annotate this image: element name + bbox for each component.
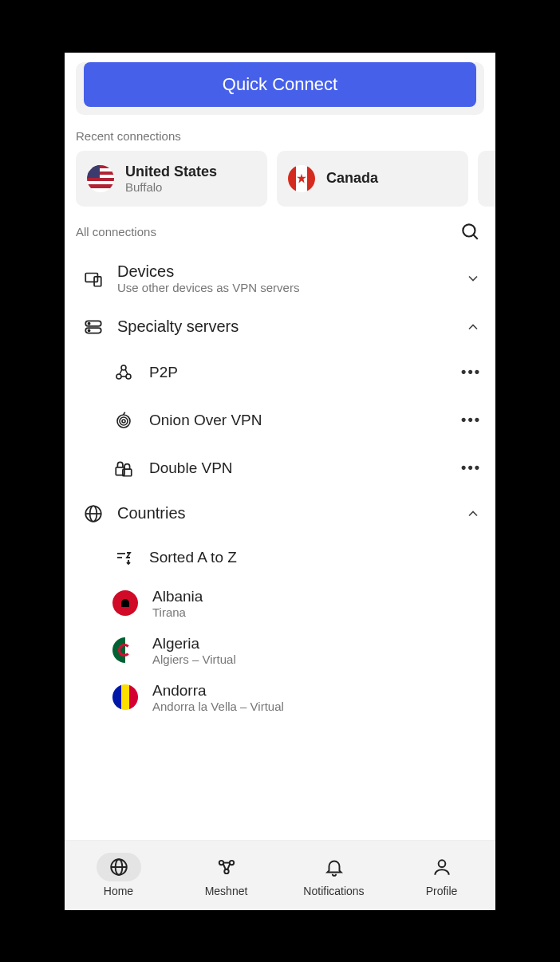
flag-dz-icon [112, 637, 138, 663]
specialty-label: Double VPN [149, 459, 447, 477]
more-button[interactable]: ••• [461, 364, 481, 380]
search-icon [459, 221, 480, 242]
devices-subtitle: Use other devices as VPN servers [117, 281, 452, 294]
sort-row[interactable]: Sorted A to Z [65, 535, 495, 580]
p2p-icon [112, 361, 135, 384]
specialty-onion[interactable]: Onion Over VPN ••• [65, 396, 495, 444]
specialty-label: P2P [149, 364, 447, 381]
double-vpn-icon [112, 457, 135, 479]
country-andorra[interactable]: Andorra Andorra la Vella – Virtual [65, 674, 495, 721]
all-connections-header: All connections [65, 207, 495, 251]
onion-icon [112, 409, 135, 432]
main-content: Quick Connect Recent connections United … [65, 53, 495, 840]
globe-icon [108, 857, 129, 877]
recent-country: United States [125, 164, 217, 180]
nav-label: Meshnet [205, 885, 248, 897]
svg-point-15 [120, 417, 128, 425]
profile-icon [432, 857, 452, 877]
svg-point-33 [438, 860, 445, 867]
search-button[interactable] [459, 221, 481, 243]
chevron-down-icon [465, 270, 481, 286]
recent-connections-row: United States Buffalo Canada [65, 151, 495, 207]
flag-us-icon [87, 165, 114, 192]
svg-line-12 [125, 369, 128, 374]
svg-point-16 [122, 420, 125, 423]
svg-line-11 [120, 369, 122, 374]
svg-point-9 [116, 374, 121, 379]
chevron-up-icon [465, 506, 481, 522]
country-name: Algeria [152, 635, 236, 653]
svg-point-10 [126, 374, 131, 379]
nav-label: Notifications [303, 885, 364, 897]
country-name: Andorra [152, 682, 284, 700]
sort-label: Sorted A to Z [149, 549, 481, 566]
quick-connect-button[interactable]: Quick Connect [84, 62, 476, 107]
svg-line-1 [473, 235, 477, 239]
recent-connection-partial[interactable] [478, 151, 495, 207]
country-albania[interactable]: Albania Tirana [65, 580, 495, 627]
all-connections-label: All connections [76, 225, 156, 239]
svg-line-30 [223, 864, 225, 870]
bottom-nav: Home Meshnet Notifications Profile [65, 840, 495, 910]
recent-country: Canada [326, 170, 378, 187]
nav-label: Home [104, 885, 133, 897]
specialty-double[interactable]: Double VPN ••• [65, 444, 495, 492]
countries-title: Countries [117, 504, 452, 522]
quick-connect-panel: Quick Connect [76, 62, 484, 115]
svg-line-31 [227, 864, 230, 870]
nav-label: Profile [426, 885, 458, 897]
country-city: Algiers – Virtual [152, 653, 236, 666]
more-button[interactable]: ••• [461, 412, 481, 428]
nav-home[interactable]: Home [65, 841, 172, 910]
specialty-p2p[interactable]: P2P ••• [65, 349, 495, 396]
servers-icon [82, 317, 105, 337]
flag-ad-icon [112, 684, 138, 710]
bell-icon [324, 857, 345, 877]
svg-point-6 [89, 322, 90, 324]
country-algeria[interactable]: Algeria Algiers – Virtual [65, 627, 495, 674]
countries-row[interactable]: Countries [65, 492, 495, 535]
chevron-up-icon [465, 319, 481, 335]
more-button[interactable]: ••• [461, 459, 481, 476]
app-screen: Quick Connect Recent connections United … [65, 53, 495, 910]
country-city: Andorra la Vella – Virtual [152, 700, 284, 713]
specialty-servers-row[interactable]: Specialty servers [65, 306, 495, 349]
recent-text: United States Buffalo [125, 164, 217, 194]
nav-meshnet[interactable]: Meshnet [172, 841, 280, 910]
svg-point-0 [463, 224, 475, 236]
recent-connections-label: Recent connections [65, 126, 495, 151]
recent-connection-us[interactable]: United States Buffalo [76, 151, 267, 207]
flag-ca-icon [288, 165, 315, 192]
svg-point-7 [89, 329, 90, 331]
specialty-title: Specialty servers [117, 317, 452, 336]
nav-profile[interactable]: Profile [388, 841, 495, 910]
recent-city: Buffalo [125, 180, 217, 194]
specialty-label: Onion Over VPN [149, 412, 447, 429]
svg-rect-2 [85, 273, 97, 282]
devices-title: Devices [117, 262, 452, 281]
devices-row[interactable]: Devices Use other devices as VPN servers [65, 251, 495, 306]
sort-icon [112, 546, 135, 569]
flag-al-icon [112, 590, 138, 616]
globe-icon [82, 503, 105, 524]
recent-connection-ca[interactable]: Canada [277, 151, 468, 207]
country-name: Albania [152, 588, 203, 605]
nav-notifications[interactable]: Notifications [280, 841, 388, 910]
country-city: Tirana [152, 605, 203, 619]
devices-icon [82, 268, 105, 289]
recent-text: Canada [326, 170, 378, 187]
meshnet-icon [216, 857, 237, 877]
